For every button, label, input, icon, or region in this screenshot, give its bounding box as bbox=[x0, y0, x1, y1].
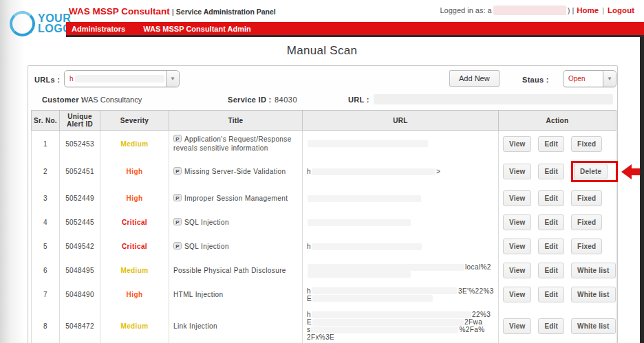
col-sr-no: Sr. No. bbox=[32, 111, 60, 131]
urls-dropdown[interactable]: h ▼ bbox=[64, 70, 180, 87]
alert-id-cell: 5052453 bbox=[60, 131, 100, 157]
view-button[interactable]: View bbox=[503, 287, 531, 302]
chevron-down-icon[interactable]: ▼ bbox=[603, 71, 616, 87]
sr-no-cell: 2 bbox=[32, 157, 60, 186]
fixed-button[interactable]: Fixed bbox=[571, 190, 602, 206]
white-list-button[interactable]: White list bbox=[571, 287, 615, 302]
alert-url-cell: local%2 bbox=[303, 258, 499, 283]
alert-id-cell: 5048472 bbox=[60, 307, 100, 343]
port-badge-icon: P bbox=[173, 242, 182, 250]
url-fragment-line: h3E'%22%3 bbox=[307, 287, 494, 295]
port-badge-icon: P bbox=[173, 167, 182, 175]
white-list-button[interactable]: White list bbox=[571, 263, 615, 278]
edit-button[interactable]: Edit bbox=[538, 164, 564, 179]
sr-no-cell: 8 bbox=[32, 307, 60, 343]
severity-badge: Medium bbox=[100, 258, 169, 283]
alert-title-cell: HTML Injection bbox=[169, 283, 303, 307]
redacted-username bbox=[493, 5, 566, 15]
redacted-text bbox=[311, 327, 458, 333]
table-row: 15052453MediumPApplication's Request/Res… bbox=[32, 131, 616, 157]
status-dropdown[interactable]: Open ▼ bbox=[563, 70, 616, 87]
view-button[interactable]: View bbox=[503, 164, 531, 179]
table-row: 65048495MediumPossible Physical Path Dis… bbox=[32, 258, 616, 283]
alert-title-cell: PImproper Session Management bbox=[169, 186, 303, 210]
nav-item-administrators[interactable]: Administrators bbox=[72, 25, 125, 33]
table-row: 45052445CriticalPSQL InjectionViewEditFi… bbox=[32, 210, 616, 234]
view-button[interactable]: View bbox=[503, 136, 531, 152]
redacted-text bbox=[308, 264, 464, 271]
redacted-text bbox=[312, 311, 471, 318]
edit-button[interactable]: Edit bbox=[538, 263, 564, 278]
alert-url-cell: h bbox=[303, 234, 499, 258]
redacted-text bbox=[308, 271, 411, 278]
fixed-button[interactable]: Fixed bbox=[571, 136, 602, 152]
chevron-down-icon[interactable]: ▼ bbox=[166, 71, 179, 87]
window-edge bbox=[640, 37, 644, 343]
alert-title-cell: Possible Physical Path Disclosure bbox=[169, 258, 303, 283]
logout-link[interactable]: Logout bbox=[608, 6, 634, 14]
manual-scan-panel: URLs : h ▼ Add New Staus : Open ▼ Custom… bbox=[28, 65, 618, 343]
alert-title-cell: PApplication's Request/Response reveals … bbox=[169, 131, 303, 157]
severity-badge: High bbox=[100, 186, 169, 210]
white-list-button[interactable]: White list bbox=[571, 318, 615, 334]
url-fragment-line: s%2Fa% bbox=[307, 326, 494, 333]
redacted-text bbox=[308, 195, 421, 202]
add-new-button[interactable]: Add New bbox=[449, 70, 500, 87]
fixed-button[interactable]: Fixed bbox=[571, 239, 602, 254]
service-id-label: Service ID : bbox=[228, 96, 272, 104]
view-button[interactable]: View bbox=[503, 318, 531, 334]
port-badge-icon: P bbox=[173, 194, 182, 201]
urls-dropdown-value: h bbox=[65, 75, 166, 82]
view-button[interactable]: View bbox=[503, 263, 531, 278]
redacted-text bbox=[308, 219, 411, 226]
highlight-box: Delete bbox=[571, 161, 618, 182]
col-unique-alert-id: Unique Alert ID bbox=[60, 111, 100, 131]
nav-item-was-mssp-consultant-admin[interactable]: WAS MSSP Consultant Admin bbox=[143, 25, 250, 33]
severity-badge: Medium bbox=[100, 307, 169, 343]
urls-label: URLs : bbox=[34, 76, 60, 84]
alert-title-cell: PMissing Server-Side Validation bbox=[169, 157, 303, 186]
action-cell: ViewEditFixed bbox=[499, 186, 616, 210]
home-link[interactable]: Home bbox=[577, 6, 599, 14]
alert-url-cell: h> bbox=[303, 157, 499, 186]
edit-button[interactable]: Edit bbox=[538, 318, 564, 334]
col-action: Action bbox=[499, 111, 616, 131]
redacted-text bbox=[312, 243, 422, 250]
alerts-table: Sr. No. Unique Alert ID Severity Title U… bbox=[31, 110, 616, 343]
table-row: 75048490HighHTML Injectionh3E'%22%3EView… bbox=[32, 283, 616, 307]
view-button[interactable]: View bbox=[503, 239, 531, 254]
edit-button[interactable]: Edit bbox=[538, 239, 564, 254]
url-fragment-line bbox=[307, 271, 494, 278]
view-button[interactable]: View bbox=[503, 214, 531, 230]
edit-button[interactable]: Edit bbox=[538, 190, 564, 206]
edit-button[interactable]: Edit bbox=[538, 136, 564, 152]
action-cell: ViewEditDelete bbox=[499, 157, 616, 186]
alert-url-cell bbox=[303, 131, 499, 157]
redacted-text bbox=[312, 295, 433, 302]
edit-button[interactable]: Edit bbox=[538, 287, 564, 302]
col-url: URL bbox=[303, 111, 499, 131]
severity-badge: Critical bbox=[100, 234, 169, 258]
url-fragment-line: E bbox=[307, 295, 494, 302]
alert-id-cell: 5052451 bbox=[60, 157, 100, 186]
severity-badge: High bbox=[100, 157, 169, 186]
action-cell: ViewEditFixed bbox=[499, 210, 616, 234]
col-severity: Severity bbox=[100, 111, 169, 131]
app-subtitle: Service Administration Panel bbox=[176, 8, 276, 16]
view-button[interactable]: View bbox=[503, 190, 531, 206]
top-header: YOUR LOGO WAS MSSP Consultant|Service Ad… bbox=[0, 0, 644, 22]
sr-no-cell: 5 bbox=[32, 234, 60, 258]
service-id-value: 84030 bbox=[275, 96, 297, 104]
logged-in-suffix: ) | bbox=[568, 6, 575, 14]
edit-button[interactable]: Edit bbox=[538, 214, 564, 230]
redacted-text bbox=[312, 168, 436, 175]
redacted-scan-url bbox=[374, 94, 613, 104]
status-label: Staus : bbox=[522, 76, 549, 84]
delete-button[interactable]: Delete bbox=[574, 164, 608, 179]
fixed-button[interactable]: Fixed bbox=[571, 214, 602, 230]
severity-badge: Critical bbox=[100, 210, 169, 234]
action-cell: ViewEditWhite list bbox=[499, 283, 616, 307]
toolbar: URLs : h ▼ Add New Staus : Open ▼ bbox=[28, 66, 617, 92]
sr-no-cell: 4 bbox=[32, 210, 60, 234]
sr-no-cell: 6 bbox=[32, 258, 60, 283]
